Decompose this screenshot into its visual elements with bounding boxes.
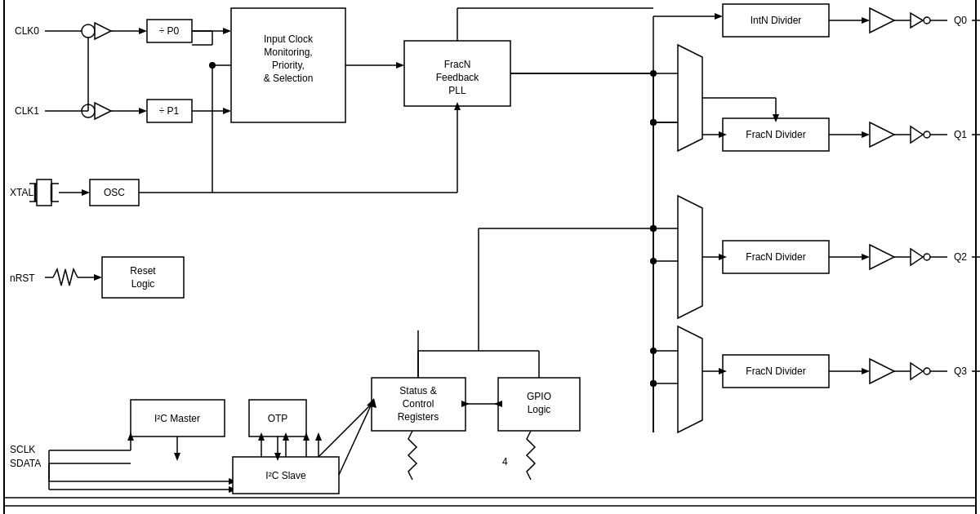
fracn-pll-label-2: Feedback [436,72,480,83]
input-clock-label-4: & Selection [264,73,314,84]
diagram-container: CLK0 ÷ P0 CLK1 ÷ P1 Input Clock Monitori… [0,0,980,514]
fracn-div3-label: FracN Divider [746,366,805,377]
p0-div-label: ÷ P0 [159,25,180,37]
svg-point-2 [82,24,95,38]
svg-point-116 [924,131,930,138]
status-ctrl-label-3: Registers [398,411,439,423]
fracn-div1-label: FracN Divider [746,129,805,140]
fracn-pll-label-3: PLL [448,85,466,96]
num4-label: 4 [502,456,508,467]
svg-point-147 [650,348,657,354]
gpio-logic-label-2: Logic [528,404,551,415]
svg-marker-88 [678,326,702,432]
nrst-label: nRST [10,273,35,284]
svg-point-146 [650,225,657,232]
q2-label: Q2 [954,251,967,263]
svg-marker-87 [678,196,702,318]
input-clock-label-1: Input Clock [264,33,314,45]
svg-rect-50 [102,257,184,298]
q0-label: Q0 [954,15,967,26]
reset-logic-label-2: Logic [131,278,155,290]
fracn-div2-label: FracN Divider [746,251,805,263]
svg-point-127 [924,254,930,260]
fracn-pll-label-1: FracN [444,59,471,70]
svg-point-138 [924,368,930,374]
p1-div-label: ÷ P1 [159,105,180,117]
q3-label: Q3 [954,366,967,377]
gpio-logic-label-1: GPIO [527,391,551,402]
sdata-label: SDATA [10,458,41,469]
reset-logic-label-1: Reset [130,265,156,277]
svg-point-105 [924,17,930,24]
clk1-label: CLK1 [15,105,39,117]
input-clock-label-3: Priority, [272,60,305,71]
svg-marker-86 [678,45,702,151]
i2c-master-label: I²C Master [154,413,200,424]
svg-point-43 [209,62,216,69]
svg-point-148 [650,380,657,387]
osc-label: OSC [104,187,125,198]
status-ctrl-label-2: Control [403,398,434,410]
i2c-slave-label: I²C Slave [265,470,306,481]
intn-div-label: IntN Divider [751,15,802,26]
q1-label: Q1 [954,129,967,140]
xtal-label: XTAL [10,187,33,198]
otp-label: OTP [268,413,288,424]
sclk-label: SCLK [10,444,35,455]
svg-rect-30 [37,179,51,206]
clk0-label: CLK0 [15,25,39,37]
status-ctrl-label-1: Status & [399,385,436,397]
input-clock-label-2: Monitoring, [264,47,312,58]
